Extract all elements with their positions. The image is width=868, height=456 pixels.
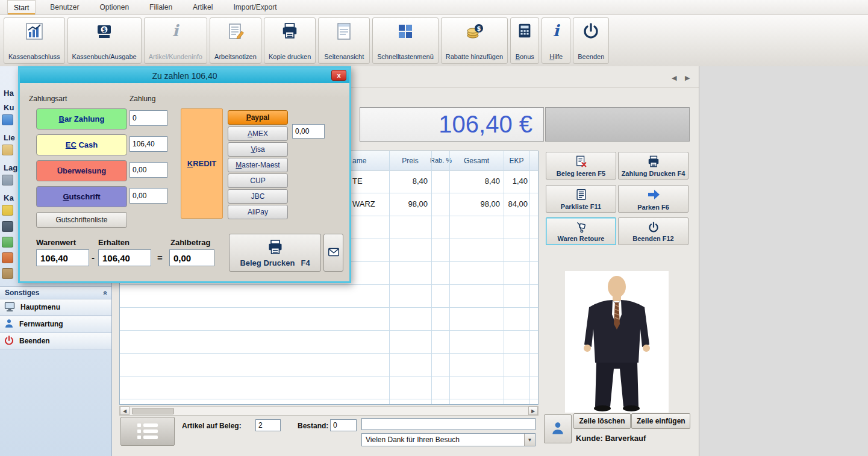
sidebar-group-label[interactable]: Ha [4,89,14,98]
gutschrift-input[interactable] [130,188,167,204]
rabatte-hinzufuegen-button[interactable]: Rabatte hinzufügen [441,17,508,64]
next-page-icon[interactable]: ▶ [685,74,690,82]
erhalten-input[interactable] [98,249,151,266]
button-label: Rabatte hinzufügen [446,53,503,60]
bar-zahlung-button[interactable]: Bar Zahlung [36,108,127,130]
kredit-panel[interactable]: KREDIT [181,108,223,219]
email-receipt-button[interactable] [323,234,343,272]
scroll-right-icon[interactable]: ▶ [528,407,538,415]
message-input[interactable] [361,418,535,430]
kassenbuch-ausgabe-button[interactable]: Kassenbuch/Ausgabe [67,17,142,64]
zahlung-drucken-button[interactable]: Zahlung Drucken F4 [618,152,688,180]
sidebar-item-icon[interactable] [2,205,13,216]
arbeitsnotizen-button[interactable]: Arbeitsnotizen [210,17,261,64]
paypal-button[interactable]: Paypal [228,110,288,125]
sidebar-item-hauptmenu[interactable]: Hauptmenu [0,299,111,316]
tab-artikel[interactable]: Artikel [187,0,219,14]
zahlungsart-label: Zahlungsart [29,95,67,103]
button-label: Seitenansicht [324,53,364,60]
alipay-button[interactable]: AliPay [228,205,288,219]
ec-cash-input[interactable] [130,136,167,152]
scrollbar-thumb[interactable] [132,408,174,414]
zeile-loeschen-button[interactable]: Zeile löschen [573,413,631,429]
bestand-input[interactable] [330,419,357,431]
warenwert-input[interactable] [36,249,89,266]
kopie-drucken-button[interactable]: Kopie drucken [264,17,316,64]
waren-retoure-button[interactable]: Waren Retoure [546,217,616,245]
page-preview-icon [334,22,354,43]
chevron-down-icon: ▼ [524,434,535,446]
kredit-amount-input[interactable] [292,124,325,139]
sidebar-item-icon[interactable] [2,145,13,155]
table-row-cell-gesamt[interactable]: 8,40 [449,176,500,186]
seitenansicht-button[interactable]: Seitenansicht [318,17,370,64]
ueberweisung-button[interactable]: Überweisung [36,160,127,181]
sidebar-item-label: Hauptmenu [20,303,60,311]
gutschrift-button[interactable]: Gutschrift [36,186,127,207]
bar-zahlung-input[interactable] [130,110,167,126]
beleg-drucken-button[interactable]: Beleg Drucken F4 [229,234,321,272]
sidebar-group-label[interactable]: Lag [4,163,17,172]
amex-button[interactable]: AMEX [228,126,288,141]
table-row-cell-name[interactable]: TE [352,176,363,186]
person-icon [550,420,566,438]
zahlbetrag-input[interactable] [169,249,214,266]
sidebar-item-icon[interactable] [2,175,13,186]
scroll-left-icon[interactable]: ◀ [120,407,130,415]
table-row-cell-gesamt[interactable]: 98,00 [449,199,500,208]
section-label: Sonstiges [5,289,39,297]
sidebar-item-icon[interactable] [2,268,13,279]
table-row-cell-preis[interactable]: 8,40 [389,176,428,186]
sidebar-item-fernwartung[interactable]: Fernwartung [0,316,111,333]
help-info-icon [547,22,565,42]
artikel-auf-beleg-input[interactable] [255,419,281,431]
prev-page-icon[interactable]: ◀ [672,74,676,82]
column-divider [449,151,450,404]
sidebar-group-label[interactable]: Ka [4,193,14,202]
table-row-cell-preis[interactable]: 98,00 [389,199,428,208]
tab-import-export[interactable]: Import/Export [227,0,283,14]
gutschriftenliste-button[interactable]: Gutschriftenliste [36,212,127,228]
tab-benutzer[interactable]: Benutzer [44,0,85,14]
suit-illustration [565,271,669,413]
sidebar-section-sonstiges[interactable]: Sonstiges » [0,286,111,299]
receipt-list-button[interactable] [120,417,175,446]
visa-button[interactable]: Visa [228,142,288,157]
parkliste-button[interactable]: Parkliste F11 [546,185,616,213]
tab-optionen[interactable]: Optionen [93,0,135,14]
sidebar-item-icon[interactable] [2,114,13,125]
sidebar-item-icon[interactable] [2,237,13,248]
kassenabschluss-button[interactable]: Kassenabschluss [4,17,65,64]
jbc-button[interactable]: JBC [228,189,288,204]
dialog-titlebar[interactable]: Zu zahlen 106,40 x [20,68,349,83]
zeile-einfuegen-button[interactable]: Zeile einfügen [631,413,690,429]
hilfe-button[interactable]: Hilfe [542,17,570,64]
beleg-leeren-button[interactable]: Beleg leeren F5 [546,152,616,180]
table-row-cell-ekp[interactable]: 1,40 [504,176,528,186]
beenden-f12-button[interactable]: Beenden F12 [618,217,688,245]
bonus-button[interactable]: Bonus [510,17,539,64]
column-header-ekp: EKP [504,157,529,165]
close-icon[interactable]: x [331,70,346,81]
horizontal-scrollbar[interactable]: ◀ ▶ [119,406,539,416]
beenden-button[interactable]: Beenden [573,17,609,64]
master-maestro-button[interactable]: Master-Maest [228,158,288,172]
tab-filialen[interactable]: Filialen [143,0,178,14]
schnelltastenmenu-button[interactable]: Schnelltastenmenü [372,17,439,64]
farewell-dropdown[interactable]: Vielen Dank für Ihren Besuch ▼ [361,433,535,446]
button-label: Beleg Drucken [240,258,295,267]
ueberweisung-input[interactable] [130,162,167,178]
customer-button[interactable] [544,414,572,443]
parken-button[interactable]: Parken F6 [618,185,688,213]
table-row-cell-ekp[interactable]: 84,00 [504,199,528,208]
sidebar-group-label[interactable]: Lie [4,133,15,142]
sidebar-item-beenden[interactable]: Beenden [0,333,111,349]
cup-button[interactable]: CUP [228,173,288,188]
sidebar-group-label[interactable]: Ku [4,103,14,112]
table-row-cell-name[interactable]: WARZ [352,199,375,208]
sidebar-item-icon[interactable] [2,252,13,263]
tab-start[interactable]: Start [7,0,36,14]
sidebar-item-icon[interactable] [2,221,13,232]
ec-cash-button[interactable]: EC Cash [36,134,127,155]
button-label: Beenden [578,53,604,60]
